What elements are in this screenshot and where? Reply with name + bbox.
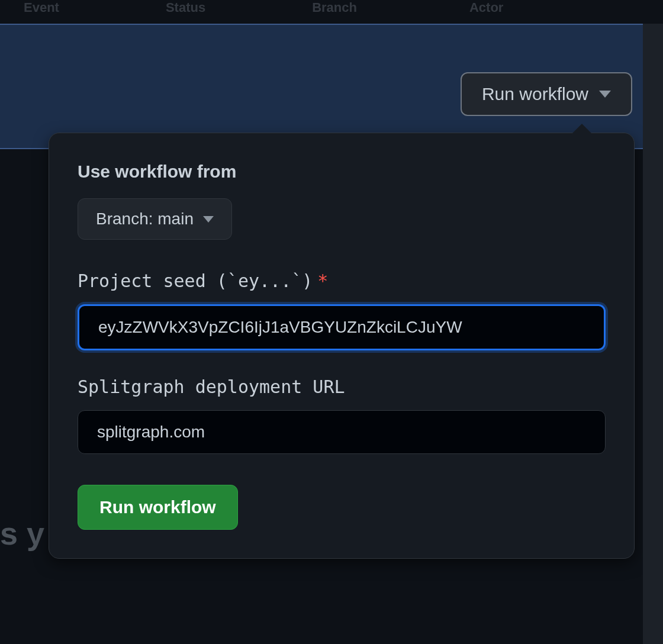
run-workflow-popover: Use workflow from Branch: main Project s… [49, 133, 635, 559]
branch-selector-button[interactable]: Branch: main [78, 198, 232, 240]
background-text: s y [0, 515, 44, 552]
filter-col-status[interactable]: Status [166, 0, 205, 24]
deployment-url-label: Splitgraph deployment URL [78, 376, 606, 397]
run-workflow-trigger-label: Run workflow [482, 84, 588, 104]
branch-selector-text: Branch: main [96, 210, 194, 228]
workflow-dispatch-banner: Run workflow [0, 24, 663, 149]
caret-down-icon [599, 91, 611, 98]
use-workflow-from-label: Use workflow from [78, 162, 606, 182]
required-asterisk: * [317, 271, 328, 291]
filter-col-branch[interactable]: Branch [312, 0, 357, 24]
deployment-url-input[interactable] [78, 410, 606, 454]
project-seed-label: Project seed (`ey...`)* [78, 271, 606, 291]
filter-col-actor[interactable]: Actor [469, 0, 503, 24]
filter-col-event[interactable]: Event [24, 0, 59, 24]
caret-down-icon [203, 216, 214, 223]
filter-header-row: Event Status Branch Actor [0, 0, 663, 24]
run-workflow-submit-button[interactable]: Run workflow [78, 485, 238, 530]
scrollbar-track[interactable] [643, 24, 663, 644]
project-seed-input[interactable] [78, 304, 606, 350]
run-workflow-dropdown-trigger[interactable]: Run workflow [461, 72, 632, 116]
